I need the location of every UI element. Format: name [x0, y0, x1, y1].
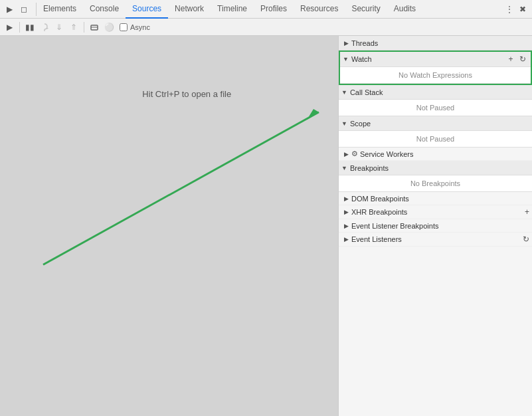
service-workers-chevron-icon: ▶: [344, 151, 349, 157]
tab-profiles[interactable]: Profiles: [254, 0, 294, 19]
dom-breakpoints-label: DOM Breakpoints: [351, 195, 529, 203]
async-checkbox-container: Async: [120, 23, 150, 31]
toolbar-separator-2: [84, 22, 84, 33]
tab-resources[interactable]: Resources: [294, 0, 345, 19]
callstack-not-paused: Not Paused: [339, 100, 532, 116]
sources-editor-panel: Hit Ctrl+P to open a file: [0, 36, 338, 416]
scope-chevron-icon: ▼: [341, 120, 347, 127]
async-checkbox[interactable]: [120, 23, 128, 31]
deactivate-breakpoints-button[interactable]: ⚪: [102, 21, 116, 34]
callstack-section-header[interactable]: ▼ Call Stack: [339, 85, 532, 100]
breakpoints-label: Breakpoints: [350, 164, 529, 172]
xhr-breakpoints-chevron-icon: ▶: [344, 209, 349, 215]
tab-console[interactable]: Console: [83, 0, 126, 19]
tab-sources[interactable]: Sources: [126, 0, 168, 19]
add-watch-button[interactable]: +: [505, 54, 516, 64]
device-icon[interactable]: ◻: [17, 3, 31, 16]
step-out-button[interactable]: ⇑: [67, 21, 80, 34]
toolbar-separator-1: [19, 22, 20, 33]
service-workers-label: Service Workers: [360, 150, 529, 158]
more-options-icon[interactable]: ⋮: [503, 3, 516, 16]
watch-label: Watch: [351, 55, 505, 63]
event-listeners-header[interactable]: ▶ Event Listeners ↻: [339, 233, 532, 247]
watch-actions: + ↻: [505, 54, 528, 64]
pause-button[interactable]: ▮▮: [23, 21, 37, 34]
sidebar-toggle-button[interactable]: ▶: [3, 21, 16, 34]
step-into-button[interactable]: ⇓: [52, 21, 66, 34]
event-listeners-chevron-icon: ▶: [344, 236, 349, 243]
event-listeners-label: Event Listeners: [351, 235, 520, 243]
threads-section-header[interactable]: ▶ Threads: [339, 36, 532, 51]
breakpoints-section-header[interactable]: ▼ Breakpoints: [339, 161, 532, 175]
add-xhr-breakpoint-button[interactable]: +: [525, 207, 529, 217]
scope-not-paused: Not Paused: [339, 131, 532, 148]
event-listener-breakpoints-chevron-icon: ▶: [344, 223, 349, 229]
event-listener-breakpoints-header[interactable]: ▶ Event Listener Breakpoints: [339, 219, 532, 233]
main-layout: Hit Ctrl+P to open a file ▶ Threads ▼ Wa…: [0, 36, 532, 416]
dom-breakpoints-chevron-icon: ▶: [344, 195, 349, 202]
threads-chevron-icon: ▶: [344, 40, 349, 47]
tab-network[interactable]: Network: [168, 0, 211, 19]
dock-icon[interactable]: ✖: [516, 3, 529, 16]
async-label: Async: [130, 23, 150, 31]
callstack-chevron-icon: ▼: [341, 89, 347, 96]
watch-empty-message: No Watch Expressions: [340, 67, 531, 84]
tab-security[interactable]: Security: [345, 0, 387, 19]
xhr-breakpoints-label: XHR Breakpoints: [351, 208, 522, 216]
sources-toolbar: ▶ ▮▮ ⇓ ⇑ ⚪ Async: [0, 19, 532, 36]
top-tab-bar: ▶ ◻ Elements Console Sources Network Tim…: [0, 0, 532, 19]
scope-label: Scope: [350, 120, 529, 128]
service-workers-gear-icon: ⚙: [351, 150, 358, 158]
watch-chevron-icon: ▼: [343, 56, 349, 62]
dom-breakpoints-header[interactable]: ▶ DOM Breakpoints: [339, 192, 532, 205]
decorative-arrow: [0, 36, 338, 416]
debugger-panel: ▶ Threads ▼ Watch + ↻ No Watch Expressio…: [338, 36, 532, 416]
threads-label: Threads: [351, 39, 378, 47]
breakpoints-chevron-icon: ▼: [341, 165, 347, 171]
tab-elements[interactable]: Elements: [37, 0, 83, 19]
breakpoints-empty-message: No Breakpoints: [339, 175, 532, 192]
xhr-breakpoints-header[interactable]: ▶ XHR Breakpoints +: [339, 205, 532, 219]
watch-section: ▼ Watch + ↻ No Watch Expressions: [339, 51, 532, 85]
blackbox-button[interactable]: [88, 21, 101, 34]
watch-section-header[interactable]: ▼ Watch + ↻: [340, 52, 531, 67]
refresh-watch-button[interactable]: ↻: [517, 54, 528, 64]
refresh-event-listeners-button[interactable]: ↻: [523, 235, 529, 244]
scope-section-header[interactable]: ▼ Scope: [339, 116, 532, 131]
svg-line-4: [43, 112, 319, 265]
service-workers-header[interactable]: ▶ ⚙ Service Workers: [339, 148, 532, 161]
main-tabs: Elements Console Sources Network Timelin…: [37, 0, 422, 19]
svg-marker-5: [307, 109, 319, 120]
step-over-button[interactable]: [38, 21, 51, 34]
event-listener-breakpoints-label: Event Listener Breakpoints: [351, 222, 529, 230]
inspect-icon[interactable]: ▶: [3, 3, 16, 16]
callstack-label: Call Stack: [350, 88, 529, 96]
tab-audits[interactable]: Audits: [387, 0, 422, 19]
tab-timeline[interactable]: Timeline: [211, 0, 254, 19]
